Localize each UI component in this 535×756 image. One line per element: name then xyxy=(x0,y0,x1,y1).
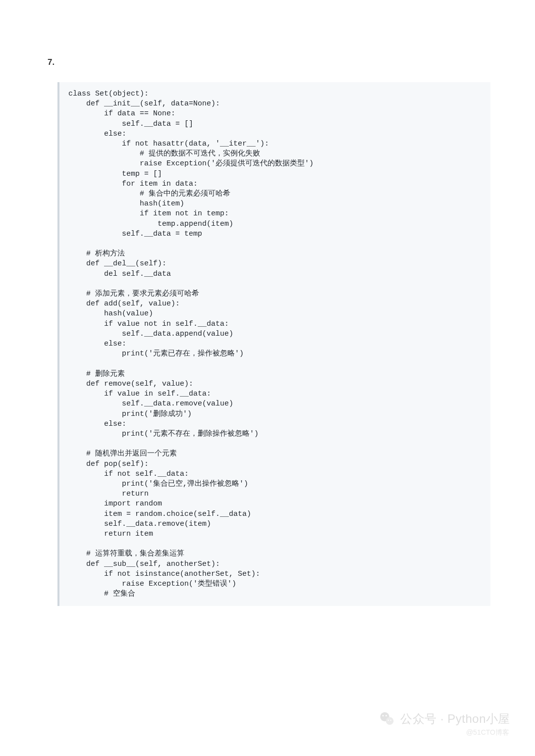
wechat-icon xyxy=(378,710,395,727)
svg-point-1 xyxy=(386,717,394,725)
watermark: 公众号 · Python小屋 xyxy=(378,710,510,727)
watermark-text: 公众号 · Python小屋 xyxy=(400,711,510,727)
code-block: class Set(object): def __init__(self, da… xyxy=(57,82,490,606)
section-number: 7. xyxy=(48,57,490,67)
watermark-sub: @51CTO博客 xyxy=(466,728,509,737)
svg-point-2 xyxy=(382,715,384,716)
svg-point-5 xyxy=(390,720,391,721)
svg-point-3 xyxy=(385,715,387,716)
svg-point-4 xyxy=(388,720,389,721)
